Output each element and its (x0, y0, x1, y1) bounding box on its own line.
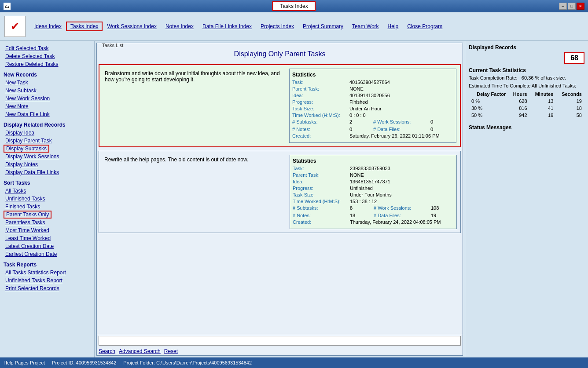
cell-seconds: 19 (556, 98, 584, 104)
menu-team-work[interactable]: Team Work (348, 22, 383, 31)
stats-label-notes: # Notes: (292, 127, 349, 132)
stats-label-progress: Progress: (292, 99, 349, 105)
cell-seconds: 58 (556, 112, 584, 118)
table-row: 50 % 942 19 58 (470, 112, 584, 118)
status-messages-section: Status Messages (469, 124, 584, 131)
sidebar-parentless-tasks[interactable]: Parentless Tasks (4, 219, 91, 226)
sidebar-task-reports-title: Task Reports (4, 262, 91, 268)
stats-value-created: Thursday, February 24, 2022 04:08:05 PM (350, 219, 441, 225)
sidebar-new-task[interactable]: New Task (4, 79, 91, 87)
menu-tasks-index[interactable]: Tasks Index (66, 22, 103, 31)
status-messages-title: Status Messages (469, 124, 584, 131)
stats-label-created: Created: (292, 133, 349, 138)
sidebar-all-tasks-statistics-report[interactable]: All Tasks Statistics Report (4, 269, 91, 277)
task-description: Rewrite all the help pages. The old cont… (103, 155, 286, 229)
stats-label-created: Created: (293, 219, 350, 225)
sidebar-display-notes[interactable]: Display Notes (4, 160, 91, 168)
completion-rate-label: Task Completion Rate: (469, 75, 518, 80)
record-count-container: 68 (469, 52, 584, 64)
menu-ideas-index[interactable]: Ideas Index (30, 22, 66, 31)
sidebar-display-work-sessions[interactable]: Display Work Sessions (4, 153, 91, 160)
stats-label-work-sessions: # Work Sessions: (373, 119, 430, 124)
menu-project-summary[interactable]: Project Summary (298, 22, 348, 31)
sidebar-print-selected-records[interactable]: Print Selected Records (4, 284, 91, 292)
sidebar-unfinished-tasks-report[interactable]: Unfinished Tasks Report (4, 277, 91, 284)
task-stats-panel: Statistics Task: 401563984527864 Parent … (289, 69, 456, 143)
stats-value-task: 239383303759033 (350, 166, 390, 171)
task-stats-panel: Statistics Task: 239383303759033 Parent … (290, 155, 457, 229)
search-input[interactable] (99, 336, 461, 346)
menu-close-program[interactable]: Close Program (403, 22, 447, 31)
menu-projects-index[interactable]: Projects Index (256, 22, 298, 31)
search-bar (97, 334, 463, 347)
sidebar-new-subtask[interactable]: New Subtask (4, 87, 91, 95)
stats-value-notes: 0 (349, 127, 352, 132)
cell-factor: 0 % (470, 98, 507, 104)
completion-rate-row: Task Completion Rate: 60.36 % of task si… (469, 75, 584, 80)
stats-row-notes: # Notes: 18 (293, 213, 373, 218)
sidebar-unfinished-tasks[interactable]: Unfinished Tasks (4, 195, 91, 203)
stats-value-task: 401563984527864 (349, 80, 390, 85)
tasks-list-label: Tasks List (100, 43, 125, 48)
task-description: Brainstorm and write down all your initi… (103, 69, 286, 143)
sidebar-all-tasks[interactable]: All Tasks (4, 187, 91, 195)
app-icon: 🗂 (4, 3, 11, 10)
stats-value-time: 153 : 38 : 12 (350, 199, 377, 204)
sidebar-least-time-worked[interactable]: Least Time Worked (4, 234, 91, 242)
sidebar-restore-deleted-tasks[interactable]: Restore Deleted Tasks (4, 60, 91, 68)
sidebar-parent-tasks-only[interactable]: Parent Tasks Only (4, 211, 51, 219)
close-button[interactable]: ✕ (577, 3, 584, 10)
stats-value-progress: Finished (349, 99, 368, 105)
stats-label-data-files: # Data Files: (374, 213, 431, 218)
sidebar-new-note[interactable]: New Note (4, 102, 91, 110)
sidebar-new-work-session[interactable]: New Work Session (4, 95, 91, 102)
stats-value-parent: NONE (349, 86, 364, 91)
title-bar: 🗂 Tasks Index – □ ✕ (0, 0, 588, 12)
sidebar-sort-tasks-title: Sort Tasks (4, 180, 91, 186)
sidebar-edit-selected-task[interactable]: Edit Selected Task (4, 44, 91, 52)
right-panel: Displayed Records 68 Current Task Statis… (465, 41, 588, 357)
stats-value-size: Under Four Months (350, 192, 392, 197)
status-project-folder: Project Folder: C:\Users\Darren\Projects… (123, 360, 252, 365)
stats-row-time: Time Worked (H:M:S): 153 : 38 : 12 (293, 199, 454, 204)
reset-button[interactable]: Reset (164, 348, 178, 354)
stats-row-subtasks: # Subtasks: 8 (293, 205, 373, 211)
sidebar-display-data-file-links[interactable]: Display Data File Links (4, 168, 91, 176)
search-button[interactable]: Search (99, 348, 115, 354)
tasks-list-panel: Tasks List Displaying Only Parent Tasks … (96, 43, 463, 356)
sidebar-display-idea[interactable]: Display Idea (4, 129, 91, 137)
title-bar-title: Tasks Index (272, 1, 316, 11)
menu-help[interactable]: Help (383, 22, 403, 31)
sidebar-display-parent-task[interactable]: Display Parent Task (4, 137, 91, 145)
sidebar-delete-selected-task[interactable]: Delete Selected Task (4, 52, 91, 60)
current-stats-title: Current Task Statistics (469, 67, 584, 73)
sidebar-display-subtasks[interactable]: Display Subtasks (4, 145, 49, 153)
menu-notes-index[interactable]: Notes Index (161, 22, 198, 31)
estimated-time-title: Estimated Time To Complete All Unfinishe… (469, 83, 584, 88)
sidebar-new-data-file-link[interactable]: New Data File Link (4, 110, 91, 118)
table-row: 0 % 628 13 19 (470, 98, 584, 104)
sidebar-most-time-worked[interactable]: Most Time Worked (4, 226, 91, 234)
stats-label-time: Time Worked (H:M:S): (293, 199, 350, 204)
cell-minutes: 41 (530, 105, 555, 111)
sidebar-earliest-creation-date[interactable]: Earliest Creation Date (4, 250, 91, 258)
tasks-scroll-area[interactable]: Brainstorm and write down all your initi… (97, 62, 463, 334)
stats-value-time: 0 : 0 : 0 (349, 113, 366, 118)
sidebar-finished-tasks[interactable]: Finished Tasks (4, 203, 91, 211)
stats-label-task: Task: (293, 166, 350, 171)
cell-hours: 628 (508, 98, 529, 104)
estimated-time-table: Delay Factor Hours Minutes Seconds 0 % 6… (469, 90, 584, 119)
sidebar-display-related-title: Display Related Records (4, 122, 91, 128)
task-card[interactable]: Brainstorm and write down all your initi… (99, 64, 461, 147)
maximize-button[interactable]: □ (568, 3, 576, 10)
completion-rate-value: 60.36 % of task size. (522, 75, 566, 80)
advanced-search-button[interactable]: Advanced Search (119, 348, 161, 354)
sidebar-latest-creation-date[interactable]: Latest Creation Date (4, 242, 91, 250)
menu-work-sessions-index[interactable]: Work Sessions Index (103, 22, 161, 31)
menu-data-file-links-index[interactable]: Data File Links Index (198, 22, 256, 31)
task-card[interactable]: Rewrite all the help pages. The old cont… (99, 151, 461, 233)
cell-minutes: 19 (530, 112, 555, 118)
stats-row-idea: Idea: 136481351747371 (293, 179, 454, 184)
stats-label-data-files: # Data Files: (373, 127, 430, 132)
minimize-button[interactable]: – (559, 3, 567, 10)
